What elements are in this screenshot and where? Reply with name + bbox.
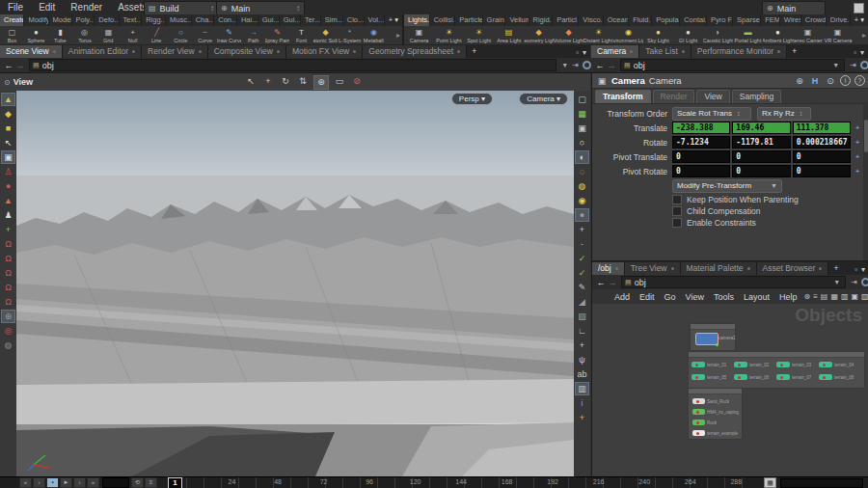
shelf-tab-cha[interactable]: Cha... [192,14,215,26]
tripod-icon[interactable]: ψ [575,353,589,366]
layout-panes-icon[interactable]: ▣ [852,292,859,301]
param-tab-sampling[interactable]: Sampling [732,90,781,103]
pane-tab-camera[interactable]: Camera [591,45,639,58]
shelf-tab-particles[interactable]: Particles [455,14,482,26]
shelf-tool-stereo-camera[interactable]: ▣Stereo Camera [793,26,823,44]
show-groups-icon[interactable]: ■ [1,122,15,135]
param-value-field[interactable]: 0 [732,165,790,177]
tree-list-icon[interactable]: ≡ [813,292,818,301]
param-value-field[interactable]: 0 [793,165,851,177]
shelf-tool-draw-curve[interactable]: ✎Draw Curve [217,26,241,44]
network-node-rock[interactable]: Rock [692,420,739,425]
move-tool-icon[interactable]: + [261,75,275,88]
shelf-tab-lights[interactable]: Lights... [404,14,430,26]
network-node-hm4-no-caping[interactable]: HM4_no_caping [692,409,739,415]
playback-button-0[interactable]: « [19,477,32,488]
houdini-badge-icon[interactable]: H [809,76,821,86]
geo-node-shape[interactable] [819,362,832,367]
scale-tool-icon[interactable]: ⇅ [296,75,310,88]
shelf-tool-geometry-light[interactable]: ◆Geometry Light [524,26,554,44]
shelf-tab-gui[interactable]: Gui... [280,14,301,26]
orient-circle-icon[interactable]: ◎ [1,324,15,338]
shelf-tool-spray-paint[interactable]: ✎Spray Paint [265,26,289,44]
tab-options-dot-icon[interactable] [53,50,56,53]
shelf-tool-circle[interactable]: ○Circle [169,26,193,44]
network-node-sand-rock[interactable]: Sand_Rock [692,398,739,404]
pane-tab--obj[interactable]: /obj [592,262,625,275]
snap-magnet-grid-icon[interactable]: Ω [1,237,15,251]
pane-tab-take-list[interactable]: Take List [639,45,692,58]
scrollbar-thumb[interactable] [864,120,868,152]
path-dropdown-icon[interactable]: ▼ [559,62,570,68]
axis-jack-icon[interactable]: + [853,123,862,132]
snap-magnet-edge-icon[interactable]: Ω [1,266,15,280]
columns-icon[interactable]: ▥ [841,292,849,301]
info-icon[interactable]: i [840,75,851,86]
shelf-tool-caustic-light[interactable]: ◗Caustic Light [703,26,733,44]
shelf-tool-point-light[interactable]: ☀Point Light [434,26,464,44]
gear-icon[interactable]: ⊛ [794,76,805,86]
shelf-add-tab-button[interactable]: + ▾ [385,14,402,26]
pane-tab-render-view[interactable]: Render View [142,45,208,58]
shelf-tab-sparse[interactable]: Sparse... [733,14,761,26]
network-node-terrain_04[interactable]: terrain_04 [819,362,861,367]
tab-options-dot-icon[interactable] [630,50,633,53]
parameter-scrollbar[interactable] [863,102,868,260]
axis-jack-icon[interactable]: + [853,152,862,161]
axis-jack-icon[interactable]: + [853,167,862,176]
pose-tool-icon[interactable]: ♙ [1,165,15,178]
camera-node[interactable] [695,333,719,345]
axis-handle-icon[interactable]: + [1,223,15,236]
shelf-tool-ambient-light[interactable]: ●Ambient Light [763,26,793,44]
shelf-tab-collisi[interactable]: Collisi... [430,14,456,26]
shelf-tab-fem[interactable]: FEM [761,14,780,26]
shelf-tool-metaball[interactable]: ◉Metaball [362,26,386,44]
geo-node-shape[interactable] [692,398,705,404]
jet-tool-icon[interactable]: ▲ [1,194,15,207]
snap-magnet-point-icon[interactable]: Ω [1,252,15,265]
shelf-tool-l-system[interactable]: *L-System [338,26,362,44]
network-node-terrain_07[interactable]: terrain_07 [776,374,819,380]
shadows-icon[interactable]: ● [575,208,589,222]
node-name-field[interactable]: Camera [649,75,790,86]
add-pane-tab-button[interactable]: + [828,262,843,275]
high-quality-light-icon[interactable]: ◉ [575,194,589,207]
snap-magnet-multi-icon[interactable]: Ω [1,295,15,309]
tab-options-dot-icon[interactable] [457,50,460,53]
pane-maximize-icon[interactable]: ▫ [576,48,579,57]
add-pane-tab-button[interactable]: + [787,45,801,58]
pencil-slope-icon[interactable]: ✎ [575,281,589,294]
grid-display-icon[interactable]: ▦ [575,107,589,121]
shelf-tab-con[interactable]: Con... [214,14,237,26]
link-ring-icon[interactable] [583,61,591,69]
disable-icon[interactable]: ⊘ [350,75,364,88]
network-node-terrain_06[interactable]: terrain_06 [734,374,776,380]
net-menu-tools[interactable]: Tools [709,292,739,302]
path-dropdown-icon[interactable]: ▼ [830,62,841,68]
pane-tab-motion-fx-view[interactable]: Motion FX View [286,45,363,58]
shelf-tab-text[interactable]: Text... [120,14,143,26]
shelf-tool-curve[interactable]: ~Curve [193,26,217,44]
checkbox-box[interactable] [672,206,682,216]
playback-button-1[interactable]: ‹ [33,477,45,488]
normals-icon[interactable]: ✓ [575,266,589,280]
shelf-tool-distant-light[interactable]: ☀Distant Light [583,26,613,44]
param-value-field[interactable]: 0 [732,150,790,163]
menu-render[interactable]: Render [63,0,110,14]
shelf-tool-path[interactable]: →Path [241,26,265,44]
shelf-tab-musc[interactable]: Musc... [166,14,192,26]
network-canvas[interactable]: Objects camera1 terrain_01terrain_02terr… [592,304,868,477]
param-value-field[interactable]: 111.378 [793,122,851,134]
param-value-field[interactable]: 169.46 [732,122,790,134]
rotate-order-dropdown[interactable]: Rx Ry Rz↕ [757,107,811,121]
forward-arrow-icon[interactable]: → [14,61,26,70]
pane-tab-geometry-spreadsheet[interactable]: Geometry Spreadsheet [363,45,467,58]
shelf-tool-torus[interactable]: ◎Torus [72,26,96,44]
pane-tab-animation-editor[interactable]: Animation Editor [63,45,142,58]
net-menu-view[interactable]: View [681,292,709,302]
shelf-tool-tube[interactable]: ▮Tube [48,26,72,44]
menu-file[interactable]: File [0,0,31,14]
pane-maximize-icon[interactable]: ▫ [854,48,856,57]
camera-view-button[interactable]: Camera ▾ [519,93,568,105]
shelf-tab-contai[interactable]: Contai... [680,14,707,26]
